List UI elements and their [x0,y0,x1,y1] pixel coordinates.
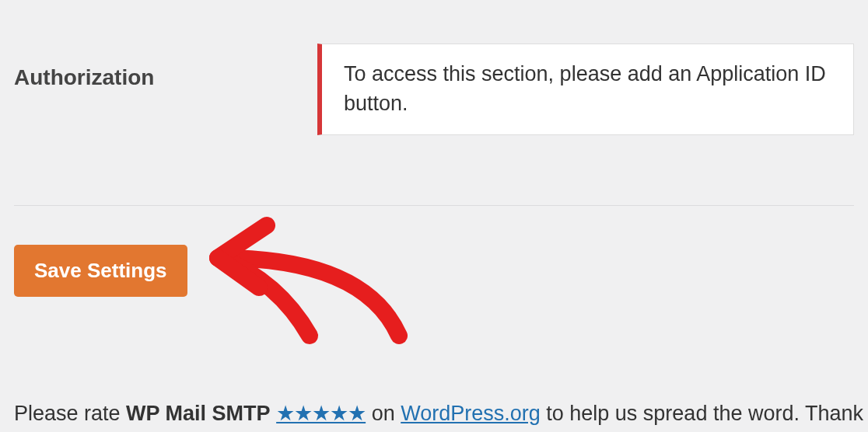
authorization-label: Authorization [14,44,317,90]
footer-rating: Please rate WP Mail SMTP ★★★★★ on WordPr… [14,401,868,426]
rating-stars-link[interactable]: ★★★★★ [276,402,366,425]
footer-prefix: Please rate [14,402,126,425]
authorization-row: Authorization To access this section, pl… [0,44,868,135]
footer-on: on [366,402,401,425]
authorization-notice: To access this section, please add an Ap… [317,44,854,135]
save-area: Save Settings [0,206,868,297]
save-settings-button[interactable]: Save Settings [14,245,187,297]
authorization-value: To access this section, please add an Ap… [317,44,854,135]
wordpress-org-link[interactable]: WordPress.org [401,402,541,425]
footer-product-name: WP Mail SMTP [126,402,271,425]
footer-suffix: to help us spread the word. Thank [541,402,863,425]
